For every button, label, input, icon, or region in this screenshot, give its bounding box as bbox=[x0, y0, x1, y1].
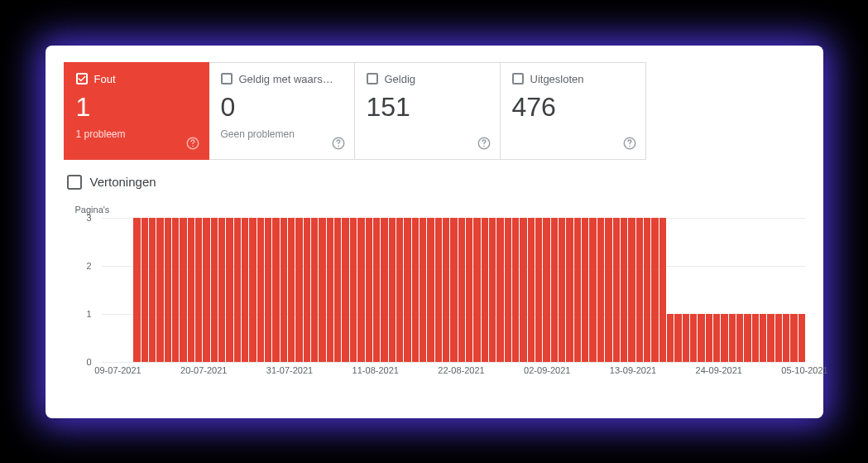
help-icon[interactable] bbox=[331, 136, 346, 151]
bar bbox=[165, 218, 171, 362]
bar bbox=[528, 218, 535, 362]
bar bbox=[180, 218, 186, 362]
y-tick-label: 2 bbox=[87, 261, 92, 271]
bar bbox=[304, 218, 310, 362]
bar bbox=[311, 218, 318, 362]
bar bbox=[473, 218, 480, 362]
checkbox-empty-icon bbox=[67, 175, 82, 190]
card-label: Geldig met waars… bbox=[239, 73, 333, 85]
bars bbox=[118, 218, 805, 362]
bar bbox=[218, 218, 225, 362]
bar bbox=[636, 218, 643, 362]
svg-point-7 bbox=[629, 145, 631, 147]
plot: 0123 bbox=[92, 218, 805, 362]
bar bbox=[234, 218, 241, 362]
bar bbox=[551, 218, 558, 362]
bar bbox=[412, 218, 419, 362]
x-tick-label: 05-10-2021 bbox=[781, 365, 827, 375]
card-label: Uitgesloten bbox=[530, 73, 584, 85]
impressions-toggle[interactable]: Vertoningen bbox=[67, 175, 805, 190]
bar bbox=[752, 314, 759, 362]
bar bbox=[628, 218, 635, 362]
bar bbox=[659, 218, 666, 362]
card-sub: Geen problemen bbox=[221, 128, 343, 140]
x-tick-label: 02-09-2021 bbox=[524, 365, 570, 375]
x-axis: 09-07-202120-07-202131-07-202111-08-2021… bbox=[92, 365, 805, 380]
bar bbox=[195, 218, 202, 362]
bar bbox=[790, 314, 797, 362]
bar bbox=[427, 218, 434, 362]
bar bbox=[729, 314, 736, 362]
bar bbox=[288, 218, 295, 362]
card-geldig[interactable]: Geldig 151 bbox=[355, 62, 501, 160]
bar bbox=[188, 218, 194, 362]
bar bbox=[265, 218, 271, 362]
bar bbox=[389, 218, 396, 362]
bar bbox=[566, 218, 573, 362]
bar bbox=[466, 218, 472, 362]
x-tick-label: 22-08-2021 bbox=[438, 365, 484, 375]
card-head: Uitgesloten bbox=[512, 73, 634, 85]
bar bbox=[133, 218, 140, 362]
bar bbox=[489, 218, 496, 362]
bar bbox=[582, 218, 588, 362]
bar bbox=[458, 218, 465, 362]
x-tick-label: 20-07-2021 bbox=[180, 365, 227, 375]
bar bbox=[396, 218, 403, 362]
coverage-panel: Fout 1 1 probleem Geldig met waars… 0 Ge… bbox=[46, 46, 823, 418]
checkbox-empty-icon bbox=[221, 73, 233, 84]
bar bbox=[775, 314, 782, 362]
bar bbox=[736, 314, 743, 362]
x-tick-label: 13-09-2021 bbox=[610, 365, 656, 375]
bar bbox=[404, 218, 410, 362]
bar bbox=[156, 218, 163, 362]
bar bbox=[172, 218, 179, 362]
bar bbox=[613, 218, 620, 362]
bar bbox=[281, 218, 287, 362]
bar bbox=[149, 218, 156, 362]
bar bbox=[357, 218, 364, 362]
bar bbox=[450, 218, 457, 362]
bar bbox=[721, 314, 727, 362]
bar bbox=[350, 218, 357, 362]
checkbox-empty-icon bbox=[512, 73, 524, 84]
card-label: Geldig bbox=[385, 73, 416, 85]
x-tick-label: 11-08-2021 bbox=[352, 365, 399, 375]
x-tick-label: 31-07-2021 bbox=[266, 365, 313, 375]
bar bbox=[435, 218, 442, 362]
card-fout[interactable]: Fout 1 1 probleem bbox=[64, 62, 209, 160]
help-icon[interactable] bbox=[477, 136, 492, 151]
card-geldig-met-waarschuwingen[interactable]: Geldig met waars… 0 Geen problemen bbox=[209, 62, 355, 160]
bar bbox=[334, 218, 341, 362]
bar bbox=[535, 218, 542, 362]
card-value: 151 bbox=[367, 94, 488, 120]
bar bbox=[443, 218, 449, 362]
bar bbox=[203, 218, 209, 362]
bar bbox=[482, 218, 488, 362]
svg-point-5 bbox=[483, 145, 485, 147]
bar bbox=[760, 314, 766, 362]
bar bbox=[366, 218, 372, 362]
bar bbox=[242, 218, 248, 362]
bar bbox=[319, 218, 325, 362]
checkbox-empty-icon bbox=[367, 73, 378, 84]
bar bbox=[141, 218, 148, 362]
bar bbox=[249, 218, 256, 362]
card-value: 0 bbox=[221, 94, 343, 120]
x-tick-label: 24-09-2021 bbox=[696, 365, 742, 375]
card-head: Geldig bbox=[367, 73, 488, 85]
bar bbox=[597, 218, 604, 362]
bar bbox=[420, 218, 426, 362]
chart-area: Pagina's 0123 09-07-202120-07-202131-07-… bbox=[64, 205, 805, 380]
card-uitgesloten[interactable]: Uitgesloten 476 bbox=[501, 62, 646, 160]
bar bbox=[698, 314, 704, 362]
help-icon[interactable] bbox=[185, 136, 200, 151]
y-tick-label: 3 bbox=[87, 213, 92, 223]
bar bbox=[496, 218, 503, 362]
bar bbox=[589, 218, 596, 362]
card-sub: 1 probleem bbox=[76, 128, 197, 140]
bar bbox=[520, 218, 526, 362]
help-icon[interactable] bbox=[622, 136, 637, 151]
y-tick-label: 1 bbox=[87, 309, 92, 319]
bar bbox=[683, 314, 689, 362]
